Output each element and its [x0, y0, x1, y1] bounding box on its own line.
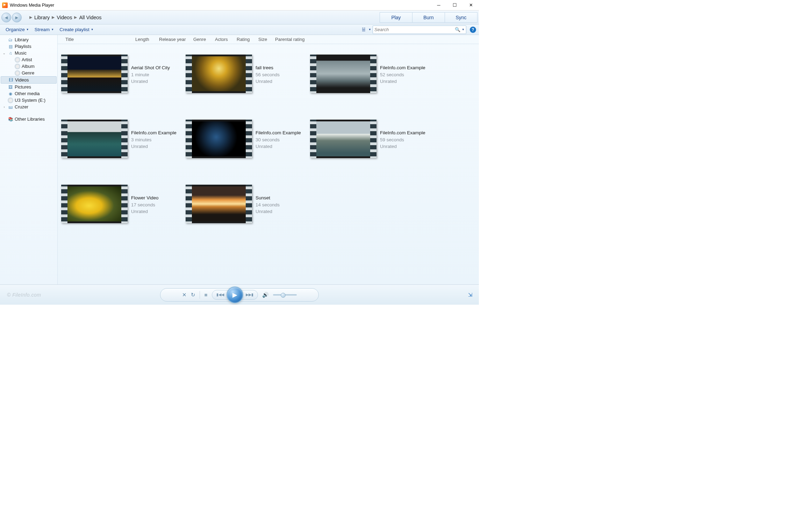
video-item[interactable]: FileInfo.com Example30 secondsUnrated: [186, 120, 304, 158]
sidebar-item-label: Playlists: [15, 44, 31, 49]
search-input[interactable]: [374, 27, 455, 32]
video-thumbnail[interactable]: [61, 55, 128, 93]
view-options-button[interactable]: ☱: [360, 26, 367, 33]
video-title: FileInfo.com Example: [380, 129, 425, 136]
help-button[interactable]: ?: [470, 27, 476, 33]
back-button[interactable]: ◄: [1, 13, 11, 22]
video-metadata: Aerial Shot Of City1 minuteUnrated: [131, 55, 170, 85]
caret-down-icon[interactable]: ▼: [462, 28, 465, 31]
video-length: 56 seconds: [256, 71, 280, 78]
disc-icon: [15, 64, 20, 69]
sidebar-item-videos[interactable]: 🎞 Videos: [1, 76, 57, 84]
expand-icon[interactable]: ›: [2, 105, 6, 109]
disc-icon: [15, 57, 20, 63]
shuffle-button[interactable]: ✕: [182, 292, 187, 298]
sidebar: 🗂 Library ▤ Playlists ⌄ ♫ Music Artist A…: [0, 35, 58, 284]
video-thumbnail[interactable]: [61, 120, 128, 158]
caret-down-icon: ▼: [91, 28, 94, 31]
column-actors[interactable]: Actors: [211, 37, 233, 42]
mute-button[interactable]: 🔊: [262, 292, 269, 298]
sidebar-item-other-media[interactable]: ◉ Other media: [0, 90, 57, 97]
transport-cluster: ▮◀◀ ▶ ▶▶▮: [212, 286, 258, 303]
search-box[interactable]: 🔍 ▼: [373, 26, 466, 34]
sidebar-item-music[interactable]: ⌄ ♫ Music: [0, 50, 57, 56]
search-icon[interactable]: 🔍: [455, 27, 460, 32]
media-icon: ◉: [8, 91, 13, 97]
video-item[interactable]: Aerial Shot Of City1 minuteUnrated: [61, 55, 180, 93]
video-thumbnail[interactable]: [186, 120, 252, 158]
video-item[interactable]: FileInfo.com Example3 minutesUnrated: [61, 120, 180, 158]
sidebar-item-genre[interactable]: Genre: [0, 70, 57, 76]
video-rating: Unrated: [256, 143, 301, 150]
sidebar-item-library[interactable]: 🗂 Library: [0, 36, 57, 43]
video-title: Aerial Shot Of City: [131, 64, 170, 71]
sidebar-item-pictures[interactable]: 🖼 Pictures: [0, 84, 57, 90]
column-size[interactable]: Size: [255, 37, 272, 42]
breadcrumb-videos[interactable]: Videos: [57, 15, 72, 20]
video-metadata: FileInfo.com Example30 secondsUnrated: [256, 120, 301, 150]
sidebar-item-other-libraries[interactable]: 📚 Other Libraries: [0, 116, 57, 122]
video-item[interactable]: fall trees56 secondsUnrated: [186, 55, 304, 93]
video-item[interactable]: Sunset14 secondsUnrated: [186, 185, 304, 223]
stream-menu[interactable]: Stream ▼: [32, 26, 57, 33]
sidebar-item-playlists[interactable]: ▤ Playlists: [0, 43, 57, 50]
caret-down-icon[interactable]: ▼: [368, 28, 371, 31]
video-thumbnail[interactable]: [310, 55, 376, 93]
switch-view-button[interactable]: ⇲: [468, 292, 473, 298]
video-item[interactable]: FileInfo.com Example52 secondsUnrated: [310, 55, 429, 93]
play-button[interactable]: ▶: [227, 286, 243, 303]
video-rating: Unrated: [131, 143, 177, 150]
video-rating: Unrated: [131, 208, 159, 215]
forward-button[interactable]: ►: [12, 13, 22, 22]
column-release-year[interactable]: Release year: [156, 37, 190, 42]
sidebar-item-artist[interactable]: Artist: [0, 56, 57, 63]
maximize-button[interactable]: ☐: [447, 0, 463, 10]
chevron-right-icon: ▶: [29, 15, 32, 20]
column-length[interactable]: Length: [132, 37, 156, 42]
column-title[interactable]: Title: [62, 37, 132, 42]
video-length: 52 seconds: [380, 71, 425, 78]
column-parental-rating[interactable]: Parental rating: [272, 37, 314, 42]
video-length: 1 minute: [131, 71, 170, 78]
video-thumbnail[interactable]: [310, 120, 376, 158]
video-item[interactable]: Flower Video17 secondsUnrated: [61, 185, 180, 223]
video-rating: Unrated: [256, 78, 280, 85]
previous-button[interactable]: ▮◀◀: [212, 290, 229, 300]
video-thumbnail[interactable]: [186, 185, 252, 223]
sidebar-item-label: Videos: [15, 77, 29, 83]
repeat-button[interactable]: ↻: [191, 292, 195, 298]
sidebar-item-label: Album: [22, 64, 35, 69]
breadcrumb: ▶ Library ▶ Videos ▶ All Videos: [29, 15, 102, 20]
video-item[interactable]: FileInfo.com Example59 secondsUnrated: [310, 120, 429, 158]
breadcrumb-library[interactable]: Library: [34, 15, 50, 20]
sidebar-item-label: Genre: [22, 70, 34, 76]
minimize-button[interactable]: ─: [431, 0, 447, 10]
stop-button[interactable]: ■: [204, 292, 207, 298]
tab-burn[interactable]: Burn: [412, 12, 445, 23]
thumbnail-image: [316, 121, 370, 156]
close-button[interactable]: ✕: [463, 0, 479, 10]
expand-icon[interactable]: ⌄: [2, 51, 6, 55]
video-rating: Unrated: [131, 78, 170, 85]
sidebar-item-album[interactable]: Album: [0, 63, 57, 70]
tab-play[interactable]: Play: [380, 12, 412, 23]
watermark: © FileInfo.com: [7, 292, 41, 298]
video-thumbnail[interactable]: [186, 55, 252, 93]
thumbnail-image: [316, 56, 370, 91]
video-metadata: Sunset14 secondsUnrated: [256, 185, 280, 215]
thumbnail-image: [67, 121, 121, 156]
breadcrumb-all-videos[interactable]: All Videos: [79, 15, 101, 20]
video-thumbnail[interactable]: [61, 185, 128, 223]
volume-slider[interactable]: [273, 294, 297, 296]
sidebar-item-label: Artist: [22, 57, 32, 62]
window-title: Windows Media Player: [10, 3, 54, 8]
next-button[interactable]: ▶▶▮: [241, 290, 258, 300]
column-rating[interactable]: Rating: [233, 37, 255, 42]
create-playlist-menu[interactable]: Create playlist ▼: [57, 26, 96, 33]
caret-down-icon: ▼: [51, 28, 54, 31]
sidebar-item-cruzer[interactable]: › 🖴 Cruzer: [0, 104, 57, 110]
column-genre[interactable]: Genre: [190, 37, 211, 42]
organize-menu[interactable]: Organize ▼: [3, 26, 32, 33]
sidebar-item-u3-system[interactable]: U3 System (E:): [0, 97, 57, 104]
tab-sync[interactable]: Sync: [445, 12, 477, 23]
